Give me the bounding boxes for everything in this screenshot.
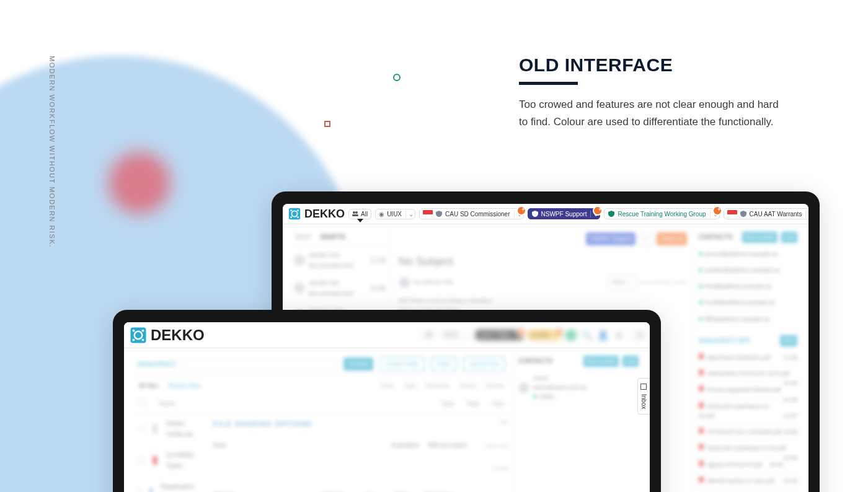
link-contact-button[interactable]: Link	[622, 356, 639, 367]
tab-cau-aat[interactable]: CAU AAT Warrants ⌄	[724, 208, 808, 219]
gear-icon[interactable]: ⚙	[613, 329, 625, 341]
chevron-down-icon[interactable]: ⌄	[710, 211, 716, 217]
svg-point-7	[355, 211, 358, 214]
contact-item[interactable]: person@address.example.au	[694, 247, 802, 263]
mail-preview: line preview text	[309, 260, 366, 271]
search-input[interactable]	[182, 358, 337, 371]
add-contact-button[interactable]: Add contact	[742, 232, 777, 243]
header-tag[interactable]: NSWPF Support	[586, 232, 636, 245]
app-logo[interactable]: DEKKO	[288, 207, 345, 221]
tab-nswpf[interactable]: NSWPF Support ⌄	[528, 208, 601, 219]
front-filter-all[interactable]: All	[422, 330, 436, 340]
app-logo[interactable]: DEKKO	[129, 326, 205, 345]
file-name: attachment-20200321.pdf	[707, 354, 771, 361]
table-row[interactable]: Dekko-media.zip	[130, 413, 205, 445]
chevron-down-icon[interactable]: ⌄	[805, 211, 808, 217]
chevron-down-icon[interactable]: ⌄	[514, 211, 520, 217]
col-type[interactable]: Type	[441, 398, 454, 409]
upload-button[interactable]: Upload Files	[463, 357, 505, 371]
vault-view-button[interactable]: View	[780, 335, 797, 346]
tool-rename[interactable]: Rename	[427, 380, 450, 391]
more-button[interactable]: More ⌄	[608, 275, 637, 289]
chevron-down-icon[interactable]: ⌄	[552, 332, 558, 338]
chevron-down-icon[interactable]: ⌄	[462, 332, 468, 338]
chevron-down-icon[interactable]: ⌄	[514, 332, 520, 338]
tool-delete[interactable]: Delete	[486, 380, 504, 391]
row-checkbox[interactable]	[139, 425, 144, 433]
tool-view[interactable]: View	[381, 380, 394, 391]
reply-button[interactable]: ↩	[639, 232, 653, 246]
tool-share[interactable]: Share	[459, 380, 476, 391]
mail-row[interactable]: sender twoline preview text 11:05	[289, 275, 391, 302]
create-folder-button[interactable]: Create Folder	[379, 357, 425, 371]
vault-file[interactable]: AFFIDAVIT-22-A-2019000.pdf10:58	[694, 424, 802, 441]
pdf-icon	[699, 444, 704, 450]
contact-item[interactable]: another@address.example.au	[694, 263, 802, 279]
front-chip-amber[interactable]: a-chip⌄	[528, 330, 562, 340]
tab-rescue[interactable]: Rescue Training Working Group ⌄	[604, 208, 719, 219]
upload-allowed: Upload allowed	[323, 490, 358, 492]
role-label: Role	[213, 440, 226, 450]
table-row[interactable]: GJ-84002-Taylor	[130, 445, 205, 477]
filter-uiux[interactable]: ◉ UIUX ⌄	[375, 209, 415, 219]
add-button[interactable]: +	[565, 330, 577, 341]
preview-button[interactable]: Preview	[343, 358, 373, 371]
select-all-checkbox[interactable]	[139, 398, 146, 406]
body-line: We'll have a look at doing a calculator	[399, 296, 686, 305]
filter-all[interactable]: All	[348, 209, 371, 219]
share-button[interactable]: Share	[431, 357, 457, 371]
vault-file[interactable]: 300403-section-17-29A.pdf10:45	[694, 473, 802, 490]
add-contact-button[interactable]: Add contact	[583, 356, 618, 367]
vault-file[interactable]: attachment-20200321.pdf11:46	[694, 350, 802, 366]
tab-all-files[interactable]: All files	[139, 380, 159, 391]
vault-file[interactable]: 20191105-submission-re-02.pdf10:55	[694, 441, 802, 457]
contact-item[interactable]: fifth@address.example.au	[694, 312, 802, 328]
mail-tab-sent[interactable]: SENT	[295, 232, 312, 242]
chevron-down-icon[interactable]: ⌄	[405, 211, 412, 217]
tab-cau-sd-label: CAU SD Commissioner	[445, 211, 510, 217]
mail-tab-drafts[interactable]: DRAFTS	[321, 232, 346, 242]
theme-toggle[interactable]	[629, 331, 645, 340]
file-name: AFFIDAVIT-22-A-2019000.pdf	[707, 429, 781, 435]
row-checkbox[interactable]	[139, 457, 144, 464]
badge-shield-icon	[531, 210, 539, 217]
file-tabs: All files Recent files View Sign Rename …	[130, 377, 513, 395]
front-chip-uiux[interactable]: UIUX⌄	[440, 330, 472, 340]
chip-label: a-chip	[531, 332, 548, 338]
vault-file[interactable]: UNKNOWN-AFFIDAVIT-20-R.pdf11:40	[694, 366, 802, 382]
logo-text: DEKKO	[304, 208, 345, 221]
size-col: 48K share.com 18.2MB	[476, 413, 513, 492]
contact-email: person@address.example.au	[705, 251, 778, 257]
files-pane: DekkoVAULT Preview Create Folder Share U…	[130, 352, 513, 492]
contact-item[interactable]: third@address.example.au	[694, 279, 802, 295]
contact-item[interactable]: Aaron aaron@users.com.au online	[513, 371, 644, 406]
table-row[interactable]: Registration-D	[130, 477, 205, 492]
logo-icon	[288, 207, 301, 221]
contact-email: aaron@users.com.au	[533, 383, 587, 392]
status-dot-icon	[699, 284, 702, 288]
sig-req: Signature requests	[425, 490, 467, 492]
chevron-down-icon[interactable]: ⌄	[590, 211, 596, 217]
svg-point-5	[297, 216, 299, 218]
badge-shield-icon	[608, 210, 615, 217]
col-size[interactable]: Size	[492, 398, 504, 409]
vault-tab[interactable]: DekkoVAULT	[138, 359, 176, 369]
svg-point-26	[133, 338, 135, 341]
mail-row[interactable]: sender oneline preview text 11:20	[289, 247, 391, 275]
col-name[interactable]: Name	[159, 398, 428, 409]
link-contact-button[interactable]: Link	[781, 232, 797, 243]
avatar	[399, 277, 410, 288]
logo-icon	[129, 326, 148, 345]
tool-sign[interactable]: Sign	[404, 380, 417, 391]
mail-tabs: SENT DRAFTS	[289, 228, 391, 247]
front-chip-uiux-two[interactable]: UIUX TWO⌄	[476, 330, 524, 340]
avatar	[518, 382, 529, 393]
search-icon[interactable]: 🔍	[580, 329, 593, 341]
add-user-icon[interactable]: 👤	[596, 329, 609, 341]
row-checkbox[interactable]	[139, 488, 141, 492]
tab-cau-sd[interactable]: CAU SD Commissioner ⌄	[419, 208, 523, 219]
tab-recent-files[interactable]: Recent files	[169, 380, 201, 391]
replyall-button[interactable]: Reply all	[657, 232, 687, 245]
contact-item[interactable]: fourth@address.example.au	[694, 295, 802, 311]
col-date[interactable]: Date	[466, 398, 479, 409]
